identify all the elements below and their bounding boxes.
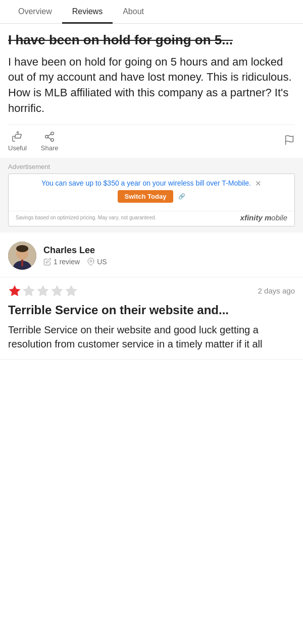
star-4 bbox=[50, 284, 64, 298]
svg-marker-13 bbox=[23, 285, 34, 296]
svg-marker-12 bbox=[9, 285, 20, 296]
external-link-icon: 🔗 bbox=[178, 193, 185, 200]
review-date: 2 days ago bbox=[258, 286, 295, 295]
review-count: 1 review bbox=[54, 258, 80, 266]
svg-point-1 bbox=[45, 135, 48, 138]
reviewer-avatar bbox=[8, 242, 36, 270]
ad-main-text[interactable]: You can save up to $350 a year on your w… bbox=[41, 179, 251, 187]
thumbsup-icon bbox=[12, 131, 23, 142]
tab-reviews[interactable]: Reviews bbox=[62, 0, 113, 24]
svg-point-2 bbox=[51, 138, 54, 141]
second-review-title: Terrible Service on their website and... bbox=[8, 303, 295, 318]
star-1 bbox=[8, 284, 21, 298]
useful-label: Useful bbox=[8, 144, 27, 152]
edit-icon bbox=[43, 258, 52, 266]
location-icon bbox=[87, 258, 95, 266]
svg-rect-8 bbox=[21, 259, 23, 266]
review-actions: Useful Share bbox=[8, 125, 295, 158]
ad-close-button[interactable]: ✕ bbox=[255, 179, 262, 188]
reviewer-location: US bbox=[97, 258, 107, 266]
ad-label: Advertisement bbox=[8, 163, 295, 170]
ad-brand: xfinity mobile bbox=[240, 213, 287, 222]
first-review-body: I have been on hold for going on 5 hours… bbox=[8, 54, 295, 116]
svg-point-0 bbox=[51, 132, 54, 135]
stars-date-row: 2 days ago bbox=[8, 284, 295, 298]
star-2 bbox=[22, 284, 35, 298]
reviewer-meta: 1 review US bbox=[43, 258, 295, 266]
star-5 bbox=[65, 284, 78, 298]
share-button[interactable]: Share bbox=[41, 131, 59, 152]
ad-switch-button[interactable]: Switch Today bbox=[118, 190, 174, 203]
ad-box: You can save up to $350 a year on your w… bbox=[8, 173, 295, 226]
tab-overview[interactable]: Overview bbox=[8, 0, 62, 24]
reviewer-name: Charles Lee bbox=[43, 245, 295, 256]
flag-icon bbox=[284, 135, 295, 146]
svg-line-3 bbox=[48, 137, 51, 139]
svg-marker-14 bbox=[37, 285, 48, 296]
svg-point-10 bbox=[16, 245, 28, 252]
second-review-section: 2 days ago Terrible Service on their web… bbox=[0, 277, 303, 359]
svg-marker-15 bbox=[52, 285, 63, 296]
ad-footer: Savings based on optimized pricing. May … bbox=[9, 211, 294, 226]
section-divider bbox=[0, 359, 303, 360]
share-label: Share bbox=[41, 144, 59, 152]
star-rating bbox=[8, 284, 78, 298]
nav-tabs: Overview Reviews About bbox=[0, 0, 303, 24]
first-review-section: I have been on hold for going on 5... I … bbox=[0, 24, 303, 158]
useful-button[interactable]: Useful bbox=[8, 131, 27, 152]
second-review-body: Terrible Service on their website and go… bbox=[8, 323, 295, 359]
location-item: US bbox=[87, 258, 107, 266]
svg-point-11 bbox=[90, 260, 92, 262]
tab-about[interactable]: About bbox=[113, 0, 154, 24]
flag-button[interactable] bbox=[284, 135, 295, 148]
avatar-image bbox=[8, 242, 36, 270]
reviewer-card: Charles Lee 1 review US bbox=[0, 232, 303, 277]
reviewer-info: Charles Lee 1 review US bbox=[43, 245, 295, 266]
star-3 bbox=[36, 284, 49, 298]
svg-line-4 bbox=[48, 134, 51, 136]
advertisement-section: Advertisement You can save up to $350 a … bbox=[0, 158, 303, 232]
first-review-title: I have been on hold for going on 5... bbox=[8, 32, 295, 48]
avatar-silhouette bbox=[8, 242, 36, 270]
svg-marker-16 bbox=[66, 285, 77, 296]
ad-disclaimer: Savings based on optimized pricing. May … bbox=[16, 215, 156, 220]
share-icon bbox=[44, 131, 55, 142]
review-count-item: 1 review bbox=[43, 258, 80, 266]
